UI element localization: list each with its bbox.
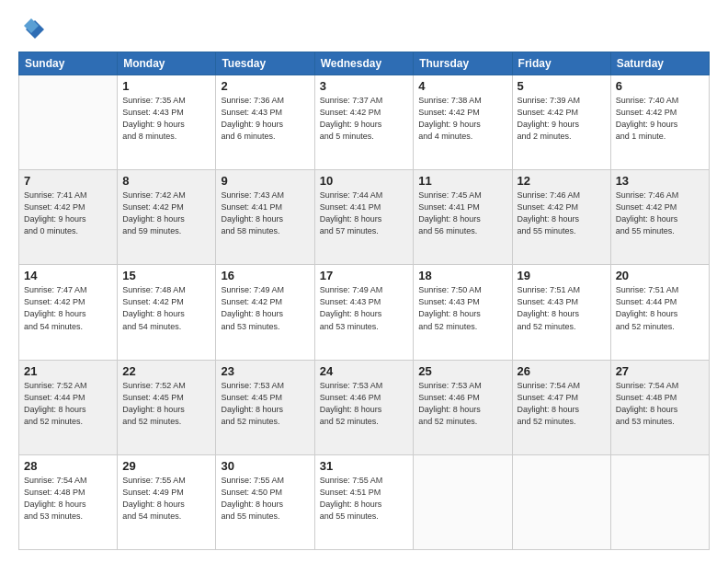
calendar-cell: 6Sunrise: 7:40 AM Sunset: 4:42 PM Daylig… — [610, 75, 709, 170]
day-info: Sunrise: 7:55 AM Sunset: 4:49 PM Dayligh… — [122, 475, 210, 523]
calendar-cell: 23Sunrise: 7:53 AM Sunset: 4:45 PM Dayli… — [216, 360, 314, 454]
logo-icon — [18, 17, 44, 42]
day-info: Sunrise: 7:51 AM Sunset: 4:44 PM Dayligh… — [616, 284, 704, 332]
calendar-cell — [610, 454, 709, 549]
calendar-cell: 2Sunrise: 7:36 AM Sunset: 4:43 PM Daylig… — [216, 75, 314, 170]
weekday-header-saturday: Saturday — [610, 52, 709, 75]
day-info: Sunrise: 7:39 AM Sunset: 4:42 PM Dayligh… — [518, 95, 606, 143]
logo — [18, 17, 48, 42]
day-number: 31 — [320, 459, 409, 473]
day-number: 17 — [320, 269, 409, 282]
day-number: 18 — [418, 269, 506, 282]
calendar-cell: 21Sunrise: 7:52 AM Sunset: 4:44 PM Dayli… — [19, 360, 118, 454]
day-info: Sunrise: 7:46 AM Sunset: 4:42 PM Dayligh… — [518, 190, 606, 237]
day-number: 7 — [24, 174, 112, 188]
day-number: 25 — [418, 364, 506, 378]
day-info: Sunrise: 7:53 AM Sunset: 4:45 PM Dayligh… — [221, 380, 309, 428]
weekday-header-tuesday: Tuesday — [216, 52, 314, 75]
day-info: Sunrise: 7:38 AM Sunset: 4:42 PM Dayligh… — [418, 95, 506, 143]
day-number: 15 — [122, 269, 210, 282]
day-info: Sunrise: 7:50 AM Sunset: 4:43 PM Dayligh… — [418, 284, 506, 332]
calendar-cell: 12Sunrise: 7:46 AM Sunset: 4:42 PM Dayli… — [512, 170, 610, 265]
weekday-header-sunday: Sunday — [19, 52, 118, 75]
day-info: Sunrise: 7:47 AM Sunset: 4:42 PM Dayligh… — [24, 284, 112, 332]
day-number: 11 — [418, 174, 506, 188]
calendar-cell: 20Sunrise: 7:51 AM Sunset: 4:44 PM Dayli… — [610, 265, 709, 360]
day-number: 12 — [518, 174, 606, 188]
day-info: Sunrise: 7:40 AM Sunset: 4:42 PM Dayligh… — [616, 95, 704, 143]
calendar-week-5: 28Sunrise: 7:54 AM Sunset: 4:48 PM Dayli… — [19, 454, 710, 549]
day-info: Sunrise: 7:41 AM Sunset: 4:42 PM Dayligh… — [24, 190, 112, 237]
page: SundayMondayTuesdayWednesdayThursdayFrid… — [0, 0, 728, 563]
day-info: Sunrise: 7:52 AM Sunset: 4:45 PM Dayligh… — [122, 380, 210, 428]
day-number: 2 — [221, 79, 309, 93]
day-number: 1 — [122, 79, 210, 93]
calendar-cell: 17Sunrise: 7:49 AM Sunset: 4:43 PM Dayli… — [314, 265, 414, 360]
calendar-week-4: 21Sunrise: 7:52 AM Sunset: 4:44 PM Dayli… — [19, 360, 710, 454]
day-number: 24 — [320, 364, 409, 378]
calendar-cell: 4Sunrise: 7:38 AM Sunset: 4:42 PM Daylig… — [414, 75, 512, 170]
day-number: 27 — [616, 364, 704, 378]
calendar-cell — [512, 454, 610, 549]
calendar-cell: 14Sunrise: 7:47 AM Sunset: 4:42 PM Dayli… — [19, 265, 118, 360]
day-number: 4 — [418, 79, 506, 93]
calendar: SundayMondayTuesdayWednesdayThursdayFrid… — [18, 52, 710, 550]
weekday-header-friday: Friday — [512, 52, 610, 75]
day-number: 26 — [518, 364, 606, 378]
calendar-cell: 1Sunrise: 7:35 AM Sunset: 4:43 PM Daylig… — [118, 75, 216, 170]
calendar-cell: 10Sunrise: 7:44 AM Sunset: 4:41 PM Dayli… — [314, 170, 414, 265]
day-number: 30 — [221, 459, 309, 473]
day-info: Sunrise: 7:49 AM Sunset: 4:42 PM Dayligh… — [221, 284, 309, 332]
day-info: Sunrise: 7:44 AM Sunset: 4:41 PM Dayligh… — [320, 190, 409, 237]
day-number: 10 — [320, 174, 409, 188]
day-info: Sunrise: 7:36 AM Sunset: 4:43 PM Dayligh… — [221, 95, 309, 143]
calendar-cell: 13Sunrise: 7:46 AM Sunset: 4:42 PM Dayli… — [610, 170, 709, 265]
day-number: 5 — [518, 79, 606, 93]
day-info: Sunrise: 7:37 AM Sunset: 4:42 PM Dayligh… — [320, 95, 409, 143]
calendar-cell: 5Sunrise: 7:39 AM Sunset: 4:42 PM Daylig… — [512, 75, 610, 170]
calendar-cell: 9Sunrise: 7:43 AM Sunset: 4:41 PM Daylig… — [216, 170, 314, 265]
day-number: 3 — [320, 79, 409, 93]
calendar-cell: 28Sunrise: 7:54 AM Sunset: 4:48 PM Dayli… — [19, 454, 118, 549]
calendar-cell — [19, 75, 118, 170]
day-info: Sunrise: 7:48 AM Sunset: 4:42 PM Dayligh… — [122, 284, 210, 332]
calendar-cell: 25Sunrise: 7:53 AM Sunset: 4:46 PM Dayli… — [414, 360, 512, 454]
day-number: 8 — [122, 174, 210, 188]
calendar-cell: 8Sunrise: 7:42 AM Sunset: 4:42 PM Daylig… — [118, 170, 216, 265]
day-number: 19 — [518, 269, 606, 282]
header — [18, 17, 710, 42]
day-number: 22 — [122, 364, 210, 378]
day-number: 13 — [616, 174, 704, 188]
day-number: 16 — [221, 269, 309, 282]
calendar-week-2: 7Sunrise: 7:41 AM Sunset: 4:42 PM Daylig… — [19, 170, 710, 265]
calendar-cell: 3Sunrise: 7:37 AM Sunset: 4:42 PM Daylig… — [314, 75, 414, 170]
day-info: Sunrise: 7:43 AM Sunset: 4:41 PM Dayligh… — [221, 190, 309, 237]
calendar-cell: 15Sunrise: 7:48 AM Sunset: 4:42 PM Dayli… — [118, 265, 216, 360]
day-info: Sunrise: 7:42 AM Sunset: 4:42 PM Dayligh… — [122, 190, 210, 237]
day-number: 20 — [616, 269, 704, 282]
calendar-cell: 7Sunrise: 7:41 AM Sunset: 4:42 PM Daylig… — [19, 170, 118, 265]
day-number: 29 — [122, 459, 210, 473]
day-info: Sunrise: 7:35 AM Sunset: 4:43 PM Dayligh… — [122, 95, 210, 143]
day-info: Sunrise: 7:51 AM Sunset: 4:43 PM Dayligh… — [518, 284, 606, 332]
day-info: Sunrise: 7:54 AM Sunset: 4:48 PM Dayligh… — [616, 380, 704, 428]
day-info: Sunrise: 7:53 AM Sunset: 4:46 PM Dayligh… — [418, 380, 506, 428]
day-number: 23 — [221, 364, 309, 378]
day-info: Sunrise: 7:45 AM Sunset: 4:41 PM Dayligh… — [418, 190, 506, 237]
calendar-cell: 26Sunrise: 7:54 AM Sunset: 4:47 PM Dayli… — [512, 360, 610, 454]
calendar-week-1: 1Sunrise: 7:35 AM Sunset: 4:43 PM Daylig… — [19, 75, 710, 170]
calendar-cell: 16Sunrise: 7:49 AM Sunset: 4:42 PM Dayli… — [216, 265, 314, 360]
calendar-cell: 22Sunrise: 7:52 AM Sunset: 4:45 PM Dayli… — [118, 360, 216, 454]
day-info: Sunrise: 7:46 AM Sunset: 4:42 PM Dayligh… — [616, 190, 704, 237]
calendar-cell: 18Sunrise: 7:50 AM Sunset: 4:43 PM Dayli… — [414, 265, 512, 360]
calendar-cell: 11Sunrise: 7:45 AM Sunset: 4:41 PM Dayli… — [414, 170, 512, 265]
weekday-header-thursday: Thursday — [414, 52, 512, 75]
day-info: Sunrise: 7:54 AM Sunset: 4:48 PM Dayligh… — [24, 475, 112, 523]
calendar-cell — [414, 454, 512, 549]
calendar-cell: 19Sunrise: 7:51 AM Sunset: 4:43 PM Dayli… — [512, 265, 610, 360]
day-info: Sunrise: 7:54 AM Sunset: 4:47 PM Dayligh… — [518, 380, 606, 428]
weekday-header-monday: Monday — [118, 52, 216, 75]
day-info: Sunrise: 7:55 AM Sunset: 4:50 PM Dayligh… — [221, 475, 309, 523]
day-info: Sunrise: 7:55 AM Sunset: 4:51 PM Dayligh… — [320, 475, 409, 523]
calendar-cell: 30Sunrise: 7:55 AM Sunset: 4:50 PM Dayli… — [216, 454, 314, 549]
